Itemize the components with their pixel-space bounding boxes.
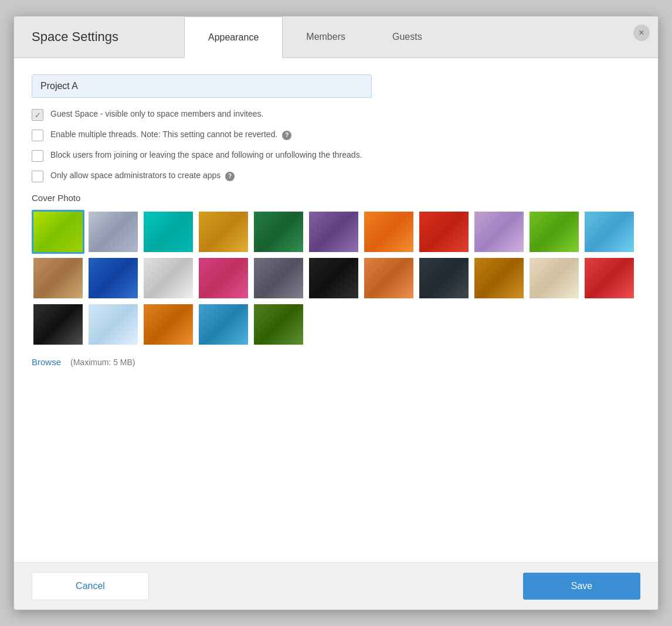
modal-footer: Cancel Save bbox=[14, 562, 658, 610]
checkbox-guest-space-label: Guest Space - visible only to space memb… bbox=[50, 108, 263, 120]
photo-green[interactable] bbox=[252, 210, 305, 254]
checkbox-multiple-threads-label: Enable multiple threads. Note: This sett… bbox=[50, 129, 291, 141]
tab-members[interactable]: Members bbox=[283, 16, 369, 57]
checkbox-guest-space-box[interactable] bbox=[32, 109, 43, 121]
photo-amber[interactable] bbox=[473, 256, 525, 300]
photo-puzzle[interactable] bbox=[583, 210, 636, 254]
modal: Space Settings Appearance Members Guests… bbox=[13, 16, 659, 610]
cancel-button[interactable]: Cancel bbox=[32, 572, 149, 600]
save-button[interactable]: Save bbox=[523, 573, 640, 600]
modal-header: Space Settings Appearance Members Guests… bbox=[14, 16, 658, 58]
photo-latte[interactable] bbox=[528, 256, 581, 300]
checkbox-multiple-threads[interactable]: Enable multiple threads. Note: This sett… bbox=[32, 129, 640, 141]
photo-winter[interactable] bbox=[87, 302, 140, 346]
browse-button[interactable]: Browse bbox=[32, 357, 61, 367]
photo-grid bbox=[32, 210, 640, 346]
tab-guests[interactable]: Guests bbox=[369, 16, 446, 57]
photo-pencils[interactable] bbox=[362, 256, 415, 300]
tabs-container: Appearance Members Guests bbox=[184, 16, 658, 57]
photo-dog[interactable] bbox=[32, 302, 84, 346]
checkbox-guest-space[interactable]: Guest Space - visible only to space memb… bbox=[32, 108, 640, 121]
photo-row-3 bbox=[32, 302, 640, 346]
help-icon-threads[interactable]: ? bbox=[282, 131, 291, 140]
browse-row: Browse (Maximum: 5 MB) bbox=[32, 357, 640, 367]
photo-keyboard[interactable] bbox=[252, 256, 305, 300]
photo-red[interactable] bbox=[418, 210, 470, 254]
photo-gray[interactable] bbox=[87, 210, 140, 254]
photo-bulbs[interactable] bbox=[418, 256, 470, 300]
checkbox-block-users-box[interactable] bbox=[32, 150, 43, 162]
photo-palmtree[interactable] bbox=[197, 302, 250, 346]
photo-purple[interactable] bbox=[307, 210, 360, 254]
space-name-input[interactable] bbox=[32, 74, 372, 98]
checkbox-block-users-label: Block users from joining or leaving the … bbox=[50, 149, 362, 161]
help-icon-apps[interactable]: ? bbox=[225, 172, 235, 181]
photo-lavender[interactable] bbox=[473, 210, 525, 254]
cover-photo-label: Cover Photo bbox=[32, 193, 640, 203]
photo-bamboo[interactable] bbox=[252, 302, 305, 346]
modal-content: Guest Space - visible only to space memb… bbox=[14, 58, 658, 562]
photo-leaf[interactable] bbox=[528, 210, 581, 254]
checkbox-admin-apps-label: Only allow space administrators to creat… bbox=[50, 170, 235, 182]
checkbox-admin-apps-box[interactable] bbox=[32, 171, 43, 182]
photo-orange[interactable] bbox=[362, 210, 415, 254]
tab-appearance[interactable]: Appearance bbox=[184, 16, 283, 58]
checkbox-multiple-threads-box[interactable] bbox=[32, 130, 43, 141]
photo-lime[interactable] bbox=[32, 210, 84, 254]
checkbox-admin-apps[interactable]: Only allow space administrators to creat… bbox=[32, 170, 640, 182]
modal-title: Space Settings bbox=[14, 16, 184, 57]
photo-compass[interactable] bbox=[142, 256, 195, 300]
photo-pumpkins[interactable] bbox=[142, 302, 195, 346]
photo-mosaic[interactable] bbox=[87, 256, 140, 300]
photo-wood[interactable] bbox=[32, 256, 84, 300]
close-button[interactable]: × bbox=[633, 25, 650, 41]
photo-row-2 bbox=[32, 256, 640, 300]
photo-teal[interactable] bbox=[142, 210, 195, 254]
photo-row-1 bbox=[32, 210, 640, 254]
photo-squiggles[interactable] bbox=[307, 256, 360, 300]
photo-gold[interactable] bbox=[197, 210, 250, 254]
checkbox-block-users[interactable]: Block users from joining or leaving the … bbox=[32, 149, 640, 162]
max-size-label: (Maximum: 5 MB) bbox=[70, 358, 135, 367]
photo-peppers[interactable] bbox=[583, 256, 636, 300]
photo-books[interactable] bbox=[197, 256, 250, 300]
